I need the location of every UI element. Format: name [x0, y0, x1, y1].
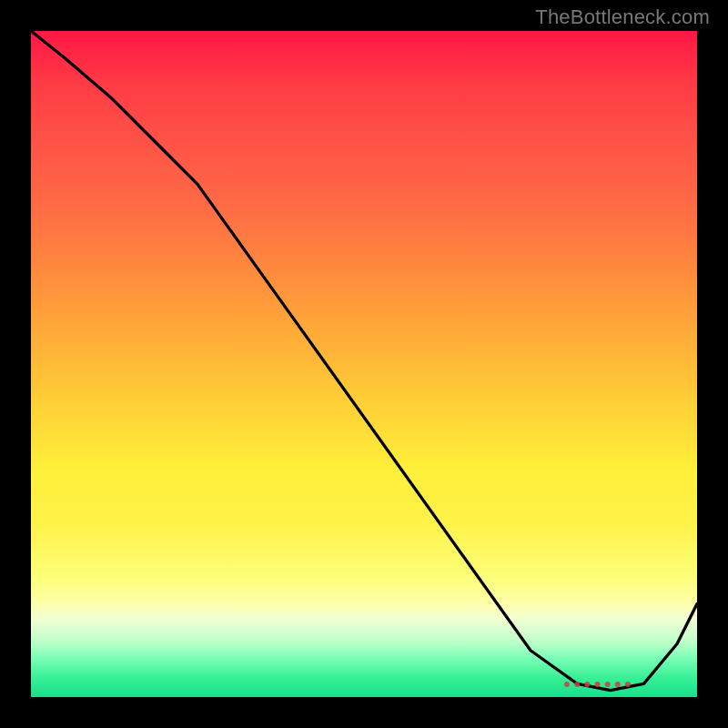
frame-mask-left — [0, 0, 27, 728]
watermark-text: TheBottleneck.com — [535, 5, 710, 29]
curve-line — [31, 31, 697, 697]
frame-mask-right — [701, 0, 728, 728]
frame-mask-bottom — [0, 701, 728, 728]
plot-area — [27, 27, 701, 701]
baseline-marker — [564, 682, 631, 687]
chart-canvas: TheBottleneck.com — [0, 0, 728, 728]
curve-path — [31, 31, 697, 691]
